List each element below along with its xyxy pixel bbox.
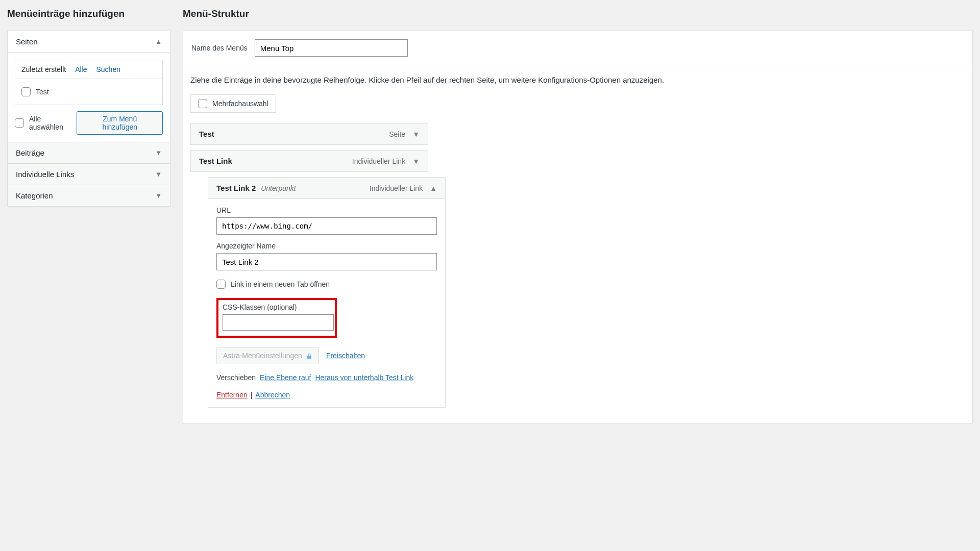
separator: | xyxy=(251,391,253,399)
add-to-menu-button[interactable]: Zum Menü hinzufügen xyxy=(77,111,163,135)
accordion-customlinks-header[interactable]: Individuelle Links ▼ xyxy=(8,163,170,185)
move-out-link[interactable]: Heraus von unterhalb Test Link xyxy=(315,373,413,382)
menu-item-title: Test xyxy=(199,130,214,138)
bulk-select-checkbox[interactable] xyxy=(198,99,207,108)
add-items-heading: Menüeinträge hinzufügen xyxy=(7,8,170,19)
menu-name-input[interactable] xyxy=(255,39,408,57)
menu-item-title: Test Link xyxy=(199,157,232,165)
menu-item-bar[interactable]: Test Seite ▼ xyxy=(190,123,428,145)
menu-item-bar[interactable]: Test Link 2 Unterpunkt Individueller Lin… xyxy=(208,177,446,199)
accordion-categories-header[interactable]: Kategorien ▼ xyxy=(8,185,170,206)
instructions-text: Ziehe die Einträge in deine bevorzugte R… xyxy=(183,72,972,94)
display-name-input[interactable] xyxy=(216,253,437,270)
accordion-posts-label: Beiträge xyxy=(16,148,44,157)
css-classes-label: CSS-Klassen (optional) xyxy=(223,303,331,311)
url-input[interactable] xyxy=(216,217,437,235)
page-list-item[interactable]: Test xyxy=(21,85,156,98)
move-up-link[interactable]: Eine Ebene rauf xyxy=(260,373,311,382)
accordion-pages-header[interactable]: Seiten ▲ xyxy=(8,31,170,52)
tab-all[interactable]: Alle xyxy=(75,65,87,73)
move-label: Verschieben xyxy=(216,373,256,382)
unlock-link[interactable]: Freischalten xyxy=(326,352,365,360)
caret-down-icon: ▼ xyxy=(155,149,162,157)
menu-name-label: Name des Menüs xyxy=(191,44,248,52)
tab-recent[interactable]: Zuletzt erstellt xyxy=(21,65,66,73)
accordion-customlinks-label: Individuelle Links xyxy=(16,170,74,179)
astra-settings-label: Astra-Menüeinstellungen xyxy=(223,352,302,360)
lock-icon xyxy=(306,353,312,359)
caret-up-icon: ▲ xyxy=(155,38,162,45)
remove-link[interactable]: Entfernen xyxy=(216,391,248,399)
page-item-label: Test xyxy=(36,88,49,96)
display-name-label: Angezeigter Name xyxy=(216,242,437,250)
bulk-select-label: Mehrfachauswahl xyxy=(212,99,268,108)
caret-down-icon: ▼ xyxy=(155,192,162,199)
accordion-pages-label: Seiten xyxy=(16,37,38,46)
newtab-row[interactable]: Link in einem neuen Tab öffnen xyxy=(216,278,437,291)
caret-down-icon[interactable]: ▼ xyxy=(412,157,420,165)
menu-item-type: Seite xyxy=(389,130,405,138)
url-label: URL xyxy=(216,206,437,214)
menu-item-bar[interactable]: Test Link Individueller Link ▼ xyxy=(190,150,428,172)
menu-item-type: Individueller Link xyxy=(370,184,423,192)
accordion-categories-label: Kategorien xyxy=(16,191,53,200)
caret-down-icon[interactable]: ▼ xyxy=(412,130,420,138)
menu-item-subtext: Unterpunkt xyxy=(261,184,296,192)
bulk-select-toggle[interactable]: Mehrfachauswahl xyxy=(190,94,276,113)
checkbox-icon[interactable] xyxy=(21,87,31,96)
caret-up-icon[interactable]: ▲ xyxy=(430,184,437,192)
menu-item-type: Individueller Link xyxy=(352,157,405,165)
menu-item-title: Test Link 2 xyxy=(216,184,256,192)
css-classes-input[interactable] xyxy=(223,314,334,331)
caret-down-icon: ▼ xyxy=(155,170,162,178)
select-all-label: Alle auswählen xyxy=(29,115,77,131)
accordion-posts-header[interactable]: Beiträge ▼ xyxy=(8,142,170,163)
newtab-label: Link in einem neuen Tab öffnen xyxy=(231,280,330,288)
select-all-checkbox[interactable] xyxy=(15,118,24,128)
newtab-checkbox[interactable] xyxy=(216,280,226,289)
menu-structure-heading: Menü-Struktur xyxy=(183,8,973,19)
tab-search[interactable]: Suchen xyxy=(96,65,120,73)
css-classes-highlight: CSS-Klassen (optional) xyxy=(216,298,337,338)
cancel-link[interactable]: Abbrechen xyxy=(255,391,290,399)
astra-settings-button: Astra-Menüeinstellungen xyxy=(216,347,319,364)
